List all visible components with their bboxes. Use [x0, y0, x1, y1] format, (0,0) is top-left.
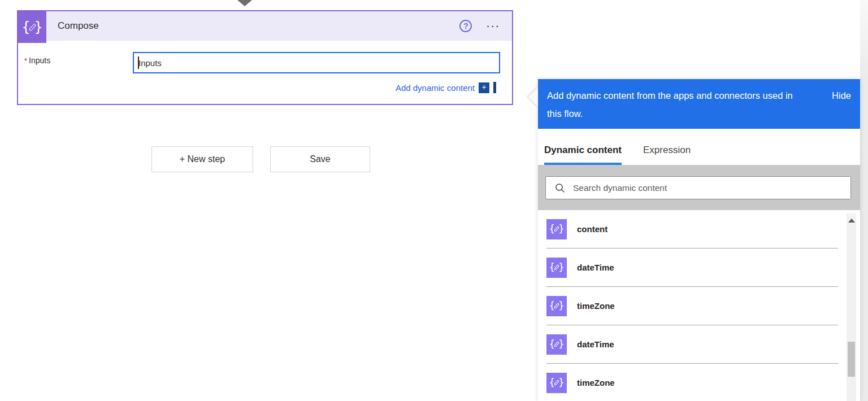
item-braces-icon: {}	[546, 258, 567, 278]
search-strip	[538, 165, 860, 210]
braces-pencil-icon: { }	[21, 20, 43, 34]
dynamic-content-item[interactable]: {} timeZone	[538, 364, 860, 401]
search-dynamic-content-input[interactable]	[573, 177, 850, 199]
compose-card-header[interactable]: { } Compose ? ...	[18, 11, 512, 41]
compose-braces-icon: { }	[18, 11, 46, 43]
brace-open: {	[21, 20, 30, 34]
scrollbar-thumb[interactable]	[848, 342, 855, 377]
tab-expression[interactable]: Expression	[643, 129, 691, 165]
text-caret	[138, 56, 139, 69]
item-braces-icon: {}	[546, 334, 567, 355]
panel-tabs: Dynamic content Expression	[538, 129, 860, 165]
dynamic-content-item[interactable]: {} timeZone	[538, 287, 860, 325]
item-braces-icon: {}	[546, 296, 567, 316]
add-dynamic-content-row: Add dynamic content +	[396, 82, 496, 93]
compose-card-body: *Inputs Add dynamic content +	[18, 41, 512, 104]
item-braces-icon: {}	[546, 219, 567, 239]
panel-blue-header: Add dynamic content from the apps and co…	[538, 79, 860, 129]
add-dynamic-content-link[interactable]: Add dynamic content	[396, 83, 475, 93]
add-dynamic-plus-button[interactable]: +	[479, 82, 489, 93]
dynamic-content-item[interactable]: {} content	[538, 210, 860, 248]
compose-card-title: Compose	[58, 20, 99, 32]
scroll-up-arrow-icon[interactable]	[848, 219, 855, 223]
inputs-label-text: Inputs	[29, 56, 50, 65]
item-label: timeZone	[577, 301, 615, 311]
right-edge-strip	[860, 0, 868, 401]
dynamic-content-item[interactable]: {} dateTime	[538, 249, 860, 286]
item-label: content	[577, 224, 607, 234]
inputs-field[interactable]	[133, 52, 500, 73]
dynamic-content-item[interactable]: {} dateTime	[538, 325, 860, 363]
add-dynamic-plus-bar	[493, 82, 496, 93]
dynamic-content-list: {} content {} dateTime {} timeZone {} da…	[538, 210, 860, 401]
connector-down-arrow	[237, 0, 252, 6]
list-scrollbar[interactable]	[847, 213, 856, 401]
compose-action-card: { } Compose ? ... *Inputs Add dynamic co…	[17, 10, 513, 105]
item-label: dateTime	[577, 339, 614, 349]
item-braces-icon: {}	[546, 373, 567, 393]
ellipsis-menu-icon[interactable]: ...	[487, 19, 501, 33]
item-label: dateTime	[577, 263, 614, 272]
item-label: timeZone	[577, 378, 615, 387]
required-marker: *	[24, 56, 27, 65]
card-header-actions: ? ...	[459, 11, 501, 41]
inputs-field-label: *Inputs	[24, 56, 50, 65]
brace-close: }	[34, 20, 43, 34]
inputs-field-wrap	[133, 52, 500, 73]
search-box	[545, 176, 851, 199]
save-button[interactable]: Save	[270, 146, 370, 172]
new-step-button[interactable]: + New step	[151, 146, 253, 172]
help-icon[interactable]: ?	[459, 20, 472, 32]
search-icon	[555, 183, 565, 193]
tab-dynamic-content[interactable]: Dynamic content	[544, 129, 622, 165]
dynamic-content-panel: Add dynamic content from the apps and co…	[538, 79, 860, 401]
panel-header-message: Add dynamic content from the apps and co…	[547, 86, 802, 129]
hide-button[interactable]: Hide	[832, 86, 851, 129]
